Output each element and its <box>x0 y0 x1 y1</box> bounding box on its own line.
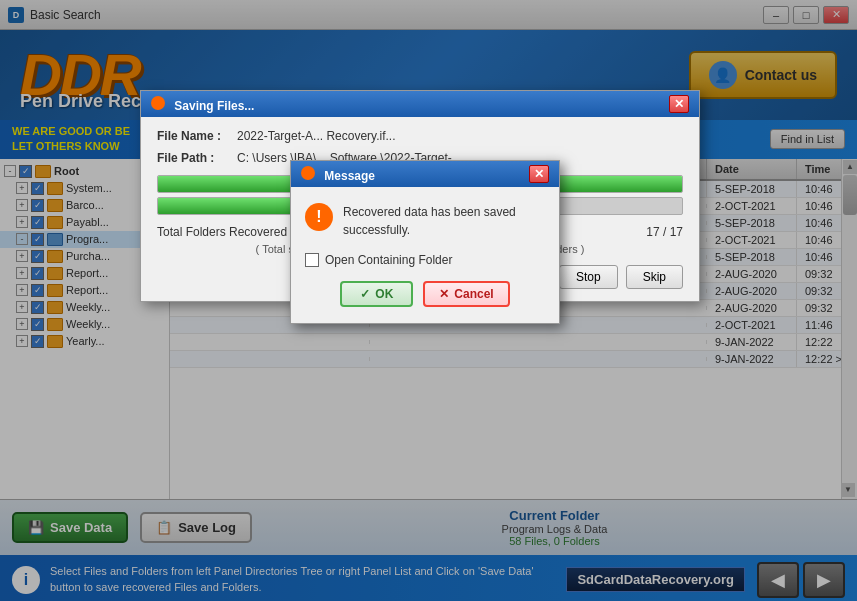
message-dialog-title: Message <box>324 169 375 183</box>
stop-button[interactable]: Stop <box>559 265 618 289</box>
ok-label: OK <box>375 287 393 301</box>
saving-dialog-icon <box>151 96 165 110</box>
cancel-label: Cancel <box>454 287 493 301</box>
cancel-button[interactable]: ✕ Cancel <box>423 281 509 307</box>
message-dialog-title-left: Message <box>301 166 375 183</box>
saving-dialog-close[interactable]: ✕ <box>669 95 689 113</box>
open-folder-checkbox-row[interactable]: Open Containing Folder <box>305 253 545 267</box>
message-dialog-icon <box>301 166 315 180</box>
folders-recovered-value: 17 / 17 <box>646 225 683 239</box>
open-folder-checkbox[interactable] <box>305 253 319 267</box>
open-folder-label: Open Containing Folder <box>325 253 452 267</box>
folders-recovered-label: Total Folders Recovered : <box>157 225 294 239</box>
skip-button[interactable]: Skip <box>626 265 683 289</box>
ok-button[interactable]: ✓ OK <box>340 281 413 307</box>
ok-checkmark: ✓ <box>360 287 370 301</box>
saving-dialog-title-bar: Saving Files... ✕ <box>141 91 699 117</box>
file-name-label: File Name : <box>157 129 237 143</box>
saving-dialog-title: Saving Files... <box>174 99 254 113</box>
file-path-label: File Path : <box>157 151 237 165</box>
warning-icon: ! <box>305 203 333 231</box>
message-icon-area: ! Recovered data has been saved successf… <box>305 203 545 239</box>
message-dialog-body: ! Recovered data has been saved successf… <box>291 187 559 323</box>
message-dialog-close[interactable]: ✕ <box>529 165 549 183</box>
file-name-value: 2022-Target-A... Recovery.if... <box>237 129 396 143</box>
saving-dialog-title-left: Saving Files... <box>151 96 254 113</box>
message-dialog-buttons: ✓ OK ✕ Cancel <box>305 281 545 307</box>
message-text: Recovered data has been saved successful… <box>343 203 545 239</box>
file-name-field: File Name : 2022-Target-A... Recovery.if… <box>157 129 683 143</box>
message-dialog-title-bar: Message ✕ <box>291 161 559 187</box>
cancel-x: ✕ <box>439 287 449 301</box>
message-dialog: Message ✕ ! Recovered data has been save… <box>290 160 560 324</box>
